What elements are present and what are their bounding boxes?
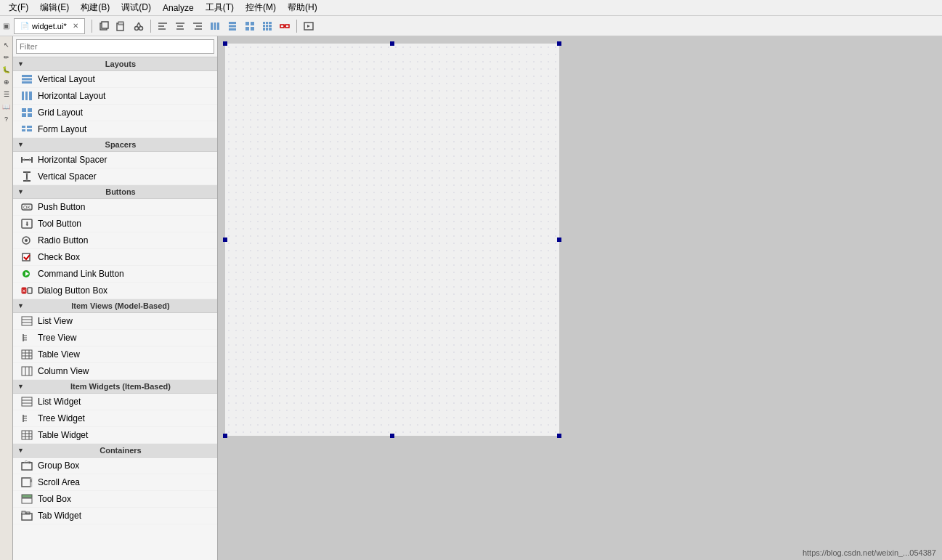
menu-edit[interactable]: 编辑(E) <box>34 0 75 15</box>
item-table-widget[interactable]: Table Widget <box>13 427 217 444</box>
handle-mid-left[interactable] <box>223 238 227 242</box>
handle-mid-right[interactable] <box>557 238 561 242</box>
radio-button-label: Radio Button <box>38 235 88 245</box>
svg-rect-45 <box>29 92 32 100</box>
check-box-label: Check Box <box>38 252 80 262</box>
sep2 <box>150 20 151 33</box>
item-dialog-button-box[interactable]: ✕ Dialog Button Box <box>13 283 217 299</box>
item-v-spacer[interactable]: Vertical Spacer <box>13 169 217 185</box>
widget-list: ▼ Layouts Vertical Layout Horizontal Lay… <box>13 57 217 560</box>
category-containers[interactable]: ▼ Containers <box>13 444 217 458</box>
category-spacers[interactable]: ▼ Spacers <box>13 138 217 152</box>
item-tree-view[interactable]: Tree View <box>13 330 217 346</box>
tb-layout-v[interactable] <box>224 18 240 34</box>
item-check-box[interactable]: Check Box <box>13 249 217 266</box>
category-layouts[interactable]: ▼ Layouts <box>13 57 217 71</box>
tb-align-r[interactable] <box>190 18 206 34</box>
left-icon-edit[interactable]: ✏ <box>1 52 12 63</box>
item-command-link[interactable]: Command Link Button <box>13 266 217 283</box>
menu-help[interactable]: 帮助(H) <box>282 0 323 15</box>
tree-widget-icon <box>20 413 33 424</box>
tb-copy[interactable] <box>96 18 112 34</box>
canvas-area: https://blog.csdn.net/weixin_...054387 <box>218 36 942 560</box>
item-column-view[interactable]: Column View <box>13 363 217 380</box>
svg-rect-1 <box>102 22 108 28</box>
handle-bot-left[interactable] <box>223 434 227 438</box>
item-table-view[interactable]: Table View <box>13 346 217 363</box>
svg-rect-29 <box>269 22 272 24</box>
left-icon-list[interactable]: ☰ <box>1 89 12 100</box>
category-buttons[interactable]: ▼ Buttons <box>13 185 217 199</box>
tool-button-icon: ⬇ <box>20 218 33 230</box>
tb-paste[interactable] <box>113 18 129 34</box>
menu-file[interactable]: 文(F) <box>3 0 34 15</box>
left-icon-target[interactable]: ⊕ <box>1 76 12 88</box>
tb-cut[interactable] <box>131 18 147 34</box>
left-icon-debug[interactable]: 🐛 <box>1 64 12 76</box>
item-tab-widget[interactable]: Tab Widget <box>13 508 217 524</box>
svg-rect-23 <box>245 22 249 25</box>
svg-rect-18 <box>214 23 216 30</box>
handle-bot-right[interactable] <box>557 434 561 438</box>
svg-rect-34 <box>266 28 268 31</box>
svg-rect-19 <box>217 23 219 30</box>
category-item-views[interactable]: ▼ Item Views (Model-Based) <box>13 299 217 313</box>
close-tab-button[interactable]: ✕ <box>73 22 78 30</box>
handle-bot-mid[interactable] <box>390 434 394 438</box>
filter-input[interactable] <box>16 39 214 54</box>
handle-top-right[interactable] <box>557 41 561 46</box>
design-canvas[interactable] <box>225 44 559 436</box>
item-form-layout[interactable]: Form Layout <box>13 121 217 138</box>
handle-top-mid[interactable] <box>390 41 394 46</box>
item-vertical-layout[interactable]: Vertical Layout <box>13 71 217 88</box>
svg-text:⬇: ⬇ <box>25 221 30 227</box>
item-tool-box[interactable]: Tool Box <box>13 491 217 508</box>
tb-layout-grid[interactable] <box>259 18 275 34</box>
item-scroll-area[interactable]: Scroll Area <box>13 474 217 491</box>
item-widgets-label: Item Widgets (Item-Based) <box>28 382 213 391</box>
item-list-widget[interactable]: List Widget <box>13 394 217 410</box>
tab-icon: ▣ <box>3 22 9 30</box>
item-tool-button[interactable]: ⬇ Tool Button <box>13 216 217 232</box>
item-tree-widget[interactable]: Tree Widget <box>13 410 217 427</box>
item-h-spacer[interactable]: Horizontal Spacer <box>13 152 217 169</box>
item-push-button[interactable]: OK Push Button <box>13 199 217 216</box>
tb-align-l[interactable] <box>155 18 171 34</box>
tb-align-c[interactable] <box>172 18 188 34</box>
tb-layout-form[interactable] <box>242 18 258 34</box>
file-tab-label: widget.ui* <box>32 22 67 31</box>
scroll-area-label: Scroll Area <box>38 477 80 487</box>
menu-analyze[interactable]: Analyze <box>157 1 200 15</box>
svg-text:✕: ✕ <box>22 288 26 293</box>
menu-debug[interactable]: 调试(D) <box>115 0 157 15</box>
svg-rect-117 <box>225 44 559 436</box>
item-group-box[interactable]: Grp Group Box <box>13 458 217 474</box>
left-icon-help[interactable]: ? <box>1 113 12 125</box>
svg-rect-3 <box>118 22 123 25</box>
tb-preview[interactable] <box>301 18 317 34</box>
item-horizontal-layout[interactable]: Horizontal Layout <box>13 88 217 105</box>
tb-break[interactable] <box>277 18 293 34</box>
menu-tools[interactable]: 工具(T) <box>200 0 240 15</box>
item-radio-button[interactable]: Radio Button <box>13 232 217 249</box>
menu-controls[interactable]: 控件(M) <box>240 0 282 15</box>
item-grid-layout[interactable]: Grid Layout <box>13 105 217 121</box>
menu-build[interactable]: 构建(B) <box>75 0 115 15</box>
spacers-label: Spacers <box>28 140 213 149</box>
h-spacer-icon <box>20 154 33 166</box>
category-item-widgets[interactable]: ▼ Item Widgets (Item-Based) <box>13 380 217 394</box>
left-icon-pointer[interactable]: ↖ <box>1 39 12 51</box>
svg-marker-58 <box>29 158 31 161</box>
vertical-layout-icon <box>20 73 33 85</box>
tb-layout-h[interactable] <box>207 18 223 34</box>
handle-top-left[interactable] <box>223 41 227 46</box>
left-icon-book[interactable]: 📖 <box>1 101 12 113</box>
item-list-view[interactable]: List View <box>13 313 217 330</box>
v-spacer-label: Vertical Spacer <box>38 171 97 182</box>
tab-widget-icon <box>20 510 33 522</box>
file-tab[interactable]: 📄 widget.ui* ✕ <box>14 18 85 34</box>
buttons-arrow: ▼ <box>17 188 24 195</box>
tab-widget-label: Tab Widget <box>38 511 81 521</box>
vertical-layout-label: Vertical Layout <box>38 74 95 84</box>
svg-rect-26 <box>251 27 254 31</box>
